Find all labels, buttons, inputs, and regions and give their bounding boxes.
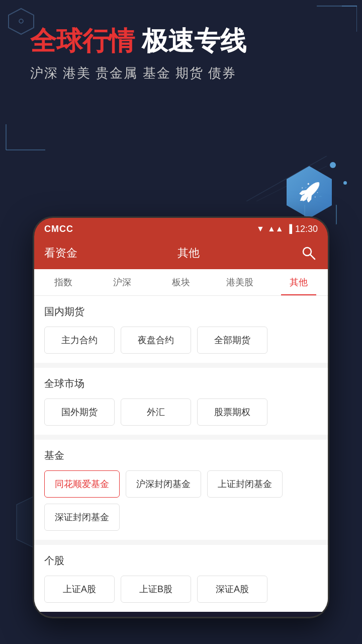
phone-mockup-wrapper: CMCC ▼ ▲▲ ▐ 12:30 看资金 其他 指数 xyxy=(33,216,329,618)
hero-subtitle: 沪深 港美 贵金属 基金 期货 债券 xyxy=(30,64,332,82)
tab-bar: 指数 沪深 板块 港美股 其他 xyxy=(34,269,328,296)
hero-section: 全球行情 极速专线 沪深 港美 贵金属 基金 期货 债券 xyxy=(0,0,362,97)
status-time: 12:30 xyxy=(295,224,318,234)
global-market-buttons: 国外期货 外汇 股票期权 xyxy=(44,398,318,426)
status-right: ▼ ▲▲ ▐ 12:30 xyxy=(256,224,318,234)
tab-bankuai[interactable]: 板块 xyxy=(152,269,211,295)
btn-forex[interactable]: 外汇 xyxy=(121,398,191,426)
tab-gangmei[interactable]: 港美股 xyxy=(210,269,269,295)
btn-stock-options[interactable]: 股票期权 xyxy=(197,398,267,426)
btn-shangzheng-closed-fund[interactable]: 上证封闭基金 xyxy=(207,470,283,498)
app-header: 看资金 其他 xyxy=(34,240,328,269)
section-title-global-market: 全球市场 xyxy=(44,377,318,390)
tab-index[interactable]: 指数 xyxy=(34,269,93,295)
btn-hushen-closed-fund[interactable]: 沪深封闭基金 xyxy=(126,470,201,498)
search-button[interactable] xyxy=(300,244,318,262)
corner-bracket-bottom-left xyxy=(5,123,50,151)
funds-buttons-row2: 深证封闭基金 xyxy=(44,498,318,531)
search-icon xyxy=(302,246,316,260)
svg-line-6 xyxy=(310,255,315,259)
status-bar: CMCC ▼ ▲▲ ▐ 12:30 xyxy=(34,218,328,240)
hero-title-red: 全球行情 xyxy=(30,26,135,55)
section-global-market: 全球市场 国外期货 外汇 股票期权 xyxy=(34,368,328,435)
individual-stocks-buttons: 上证A股 上证B股 深证A股 xyxy=(44,576,318,603)
rocket-dot-large xyxy=(330,162,336,168)
btn-yepan[interactable]: 夜盘合约 xyxy=(121,327,191,354)
btn-quanbu-futures[interactable]: 全部期货 xyxy=(197,327,267,354)
carrier-text: CMCC xyxy=(44,224,73,234)
header-left-label[interactable]: 看资金 xyxy=(44,246,77,261)
content-area: 国内期货 主力合约 夜盘合约 全部期货 全球市场 国外期货 外汇 股票期权 基金 xyxy=(34,296,328,612)
signal-icon: ▲▲ xyxy=(267,224,284,233)
tab-other[interactable]: 其他 xyxy=(269,269,328,295)
btn-shenzhen-a[interactable]: 深证A股 xyxy=(197,576,267,603)
section-individual-stocks: 个股 上证A股 上证B股 深证A股 xyxy=(34,545,328,612)
btn-foreign-futures[interactable]: 国外期货 xyxy=(44,398,115,426)
hero-title: 全球行情 极速专线 xyxy=(30,25,332,56)
battery-icon: ▐ xyxy=(287,224,292,233)
section-title-individual-stocks: 个股 xyxy=(44,554,318,568)
btn-shanghai-b[interactable]: 上证B股 xyxy=(121,576,191,603)
rocket-dot-small xyxy=(343,181,347,185)
section-title-funds: 基金 xyxy=(44,449,318,462)
section-funds: 基金 同花顺爱基金 沪深封闭基金 上证封闭基金 深证封闭基金 xyxy=(34,440,328,540)
section-domestic-futures: 国内期货 主力合约 夜盘合约 全部期货 xyxy=(34,296,328,363)
header-center-label: 其他 xyxy=(177,246,200,261)
hero-title-white: 极速专线 xyxy=(135,26,246,55)
btn-zhuli[interactable]: 主力合约 xyxy=(44,327,115,354)
rocket-area xyxy=(287,166,332,218)
tab-hushen[interactable]: 沪深 xyxy=(93,269,152,295)
domestic-futures-buttons: 主力合约 夜盘合约 全部期货 xyxy=(44,327,318,354)
btn-shanghai-a[interactable]: 上证A股 xyxy=(44,576,115,603)
section-title-domestic-futures: 国内期货 xyxy=(44,305,318,318)
btn-tonghuashun-fund[interactable]: 同花顺爱基金 xyxy=(44,470,120,498)
funds-buttons-row1: 同花顺爱基金 沪深封闭基金 上证封闭基金 xyxy=(44,470,318,498)
wifi-icon: ▼ xyxy=(256,224,264,233)
phone-mockup: CMCC ▼ ▲▲ ▐ 12:30 看资金 其他 指数 xyxy=(33,216,329,618)
btn-shenzheng-closed-fund[interactable]: 深证封闭基金 xyxy=(44,504,120,531)
